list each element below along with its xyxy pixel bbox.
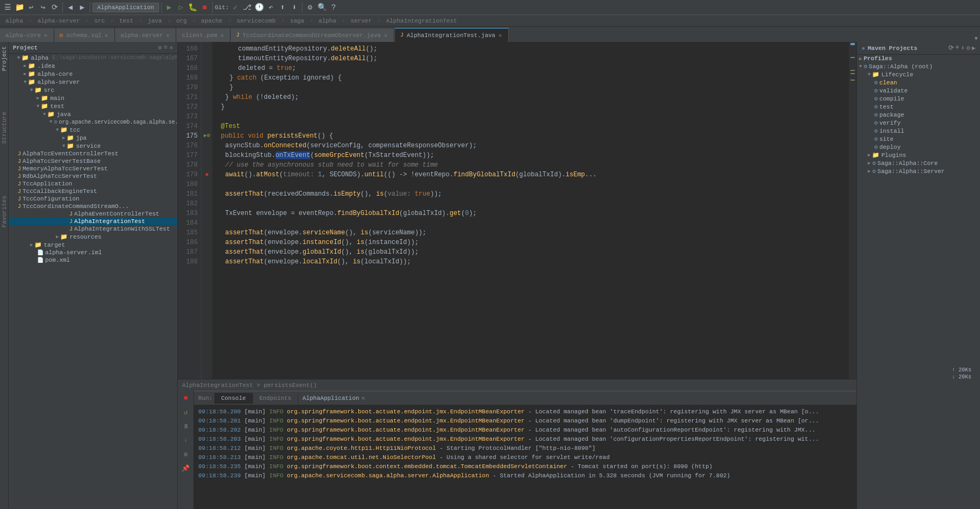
- project-close-icon[interactable]: ✕: [169, 44, 173, 51]
- stop-icon[interactable]: ■: [199, 2, 210, 13]
- nav-src[interactable]: src: [91, 17, 108, 25]
- nav-java[interactable]: java: [145, 17, 165, 25]
- close-tcc-coordinate-icon[interactable]: ✕: [384, 32, 387, 39]
- project-collapse-icon[interactable]: ≡: [164, 44, 168, 51]
- tree-item-java[interactable]: ▼ 📁 java: [9, 110, 177, 118]
- run-control-step-over[interactable]: ↓: [181, 435, 191, 446]
- menu-icon[interactable]: ☰: [2, 2, 13, 13]
- run-close-icon[interactable]: ✕: [362, 395, 365, 402]
- help-icon[interactable]: ?: [328, 2, 339, 13]
- maven-lifecycle-folder[interactable]: ▼ 📁 Lifecycle: [857, 70, 980, 78]
- git-pull-icon[interactable]: ⬇: [289, 2, 300, 13]
- tree-item-alpha-integration-ssl-test[interactable]: J AlphaIntegrationWithSSLTest: [9, 225, 177, 233]
- tree-item-tcc-configuration[interactable]: J TccConfiguration: [9, 195, 177, 203]
- tree-item-resources[interactable]: ▶ 📁 resources: [9, 233, 177, 241]
- back-icon[interactable]: ◀: [65, 2, 76, 13]
- nav-test[interactable]: test: [116, 17, 136, 25]
- tree-item-tcc-callback-engine-test[interactable]: J TccCallbackEngineTest: [9, 188, 177, 195]
- maven-add-icon[interactable]: +: [955, 44, 959, 52]
- run-control-settings[interactable]: ⚙: [181, 449, 191, 460]
- tab-alpha-integration-test[interactable]: J AlphaIntegrationTest.java ✕: [394, 28, 509, 42]
- code-content[interactable]: commandEntityRepository.deleteAll(); tim…: [212, 42, 849, 379]
- tree-item-alpha-server-iml[interactable]: 📄 alpha-server.iml: [9, 249, 177, 256]
- tree-item-tcc-coordinate-command[interactable]: J TccCoordinateCommandStreamO...: [9, 203, 177, 210]
- maven-saga-alpha-server[interactable]: ▶ ⚙ Saga::Alpha::Server: [857, 167, 980, 175]
- close-alpha-server-icon[interactable]: ✕: [166, 32, 169, 39]
- git-revert-icon[interactable]: ↶: [265, 2, 276, 13]
- tree-item-alpha-core[interactable]: ▶ 📁 alpha-core: [9, 70, 177, 78]
- tree-item-alpha-event-controller-test[interactable]: J AlphaEventControllerTest: [9, 210, 177, 218]
- maven-settings-icon[interactable]: ⚙: [967, 44, 970, 52]
- tree-item-alpha-server[interactable]: ▼ 📁 alpha-server: [9, 78, 177, 86]
- tree-item-tcc[interactable]: ▼ 📁 tcc: [9, 126, 177, 134]
- git-check-icon[interactable]: ✓: [230, 2, 241, 13]
- tree-item-main[interactable]: ▶ 📁 main: [9, 94, 177, 102]
- nav-server[interactable]: server: [347, 17, 375, 25]
- tree-item-pom-xml[interactable]: 📄 pom.xml: [9, 256, 177, 264]
- maven-deploy[interactable]: ⚙ deploy: [857, 143, 980, 151]
- tree-item-alpha-tcc-server-test-base[interactable]: J AlphaTccServerTestBase: [9, 157, 177, 165]
- search-everywhere-icon[interactable]: 🔍: [316, 2, 327, 13]
- app-selector-button[interactable]: AlphaApplication: [92, 3, 159, 12]
- maven-download-icon[interactable]: ⬇: [961, 44, 964, 52]
- maven-package[interactable]: ⚙ package: [857, 111, 980, 119]
- debug-icon[interactable]: 🐛: [188, 2, 198, 13]
- project-icon[interactable]: 📁: [14, 2, 25, 13]
- editor-options-icon[interactable]: ▼: [974, 35, 978, 42]
- redo-icon[interactable]: ↪: [38, 2, 48, 13]
- tree-item-memory-alpha-tcc-server-test[interactable]: J MemoryAlphaTccServerTest: [9, 165, 177, 173]
- maven-verify[interactable]: ⚙ verify: [857, 119, 980, 127]
- nav-alpha-integration-test[interactable]: AlphaIntegrationTest: [383, 17, 460, 25]
- tree-item-target[interactable]: ▶ 📁 target: [9, 241, 177, 249]
- nav-apache[interactable]: apache: [198, 17, 226, 25]
- tree-item-tcc-application[interactable]: J TccApplication: [9, 180, 177, 188]
- maven-refresh-icon[interactable]: ⟳: [948, 44, 954, 52]
- maven-panel-collapse-btn[interactable]: [861, 46, 866, 51]
- maven-validate[interactable]: ⚙ validate: [857, 87, 980, 95]
- nav-saga[interactable]: saga: [287, 17, 307, 25]
- tab-tcc-coordinate[interactable]: J TccCoordinateCommandStreamObserver.jav…: [230, 28, 394, 42]
- run-control-rerun[interactable]: ↺: [181, 407, 191, 418]
- tree-item-src[interactable]: ▼ 📁 src: [9, 86, 177, 94]
- run-tab-console[interactable]: Console: [214, 393, 253, 404]
- git-history-icon[interactable]: 🕐: [254, 2, 264, 13]
- maven-plugins-folder[interactable]: ▶ 📁 Plugins: [857, 151, 980, 159]
- tab-schema-sql[interactable]: ⊞ schema.sql ✕: [54, 28, 115, 42]
- tree-item-test[interactable]: ▼ 📁 test: [9, 102, 177, 110]
- maven-site[interactable]: ⚙ site: [857, 135, 980, 143]
- refresh-icon[interactable]: ⟳: [49, 2, 60, 13]
- tree-item-alpha-tcc-event-controller-test[interactable]: J AlphaTccEventControllerTest: [9, 150, 177, 157]
- tree-item-service[interactable]: ▼ 📁 service: [9, 142, 177, 150]
- tab-alpha-server[interactable]: alpha-server ✕: [115, 28, 176, 42]
- project-settings-icon[interactable]: ⚙: [158, 44, 162, 51]
- close-schema-sql-icon[interactable]: ✕: [105, 32, 108, 39]
- settings-icon[interactable]: ⚙: [305, 2, 315, 13]
- favorites-tab-vertical[interactable]: Favorites: [0, 191, 9, 232]
- nav-org[interactable]: org: [173, 17, 190, 25]
- close-client-pem-icon[interactable]: ✕: [220, 32, 224, 39]
- maven-run-icon[interactable]: ▶: [972, 44, 976, 52]
- build-icon[interactable]: ▶: [164, 2, 175, 13]
- maven-install[interactable]: ⚙ install: [857, 127, 980, 135]
- tree-item-idea[interactable]: ▶ 📁 .idea: [9, 62, 177, 70]
- code-editor[interactable]: 166 167 168 169 170 171 172 173 174 175 …: [178, 42, 856, 379]
- tree-item-package[interactable]: ▼ ⊞ org.apache.servicecomb.saga.alpha.se…: [9, 118, 177, 126]
- git-push-icon[interactable]: ⬆: [277, 2, 288, 13]
- run-control-stop[interactable]: ■: [181, 393, 191, 404]
- structure-tab-vertical[interactable]: Structure: [0, 107, 9, 148]
- nav-servicecomb[interactable]: servicecomb: [234, 17, 279, 25]
- run-icon[interactable]: ▷: [176, 2, 186, 13]
- run-tab-endpoints[interactable]: Endpoints: [253, 393, 298, 404]
- nav-alpha2[interactable]: alpha: [315, 17, 340, 25]
- nav-alpha-server[interactable]: alpha-server: [34, 17, 83, 25]
- run-control-pause[interactable]: ⏸: [181, 421, 191, 432]
- undo-icon[interactable]: ↩: [26, 2, 37, 13]
- tree-item-jpa[interactable]: ▶ 📁 jpa: [9, 134, 177, 142]
- maven-compile[interactable]: ⚙ compile: [857, 95, 980, 103]
- close-alpha-core-icon[interactable]: ✕: [44, 32, 47, 39]
- tree-item-project-root[interactable]: ▼ 📁 alpha E:\saga\incubator-servicecomb-…: [9, 54, 177, 62]
- run-control-pin[interactable]: 📌: [181, 463, 191, 474]
- tree-item-rdb-alpha-tcc-server-test[interactable]: J RdbAlphaTccServerTest: [9, 173, 177, 180]
- forward-icon[interactable]: ▶: [77, 2, 88, 13]
- close-alpha-integration-test-icon[interactable]: ✕: [499, 32, 502, 39]
